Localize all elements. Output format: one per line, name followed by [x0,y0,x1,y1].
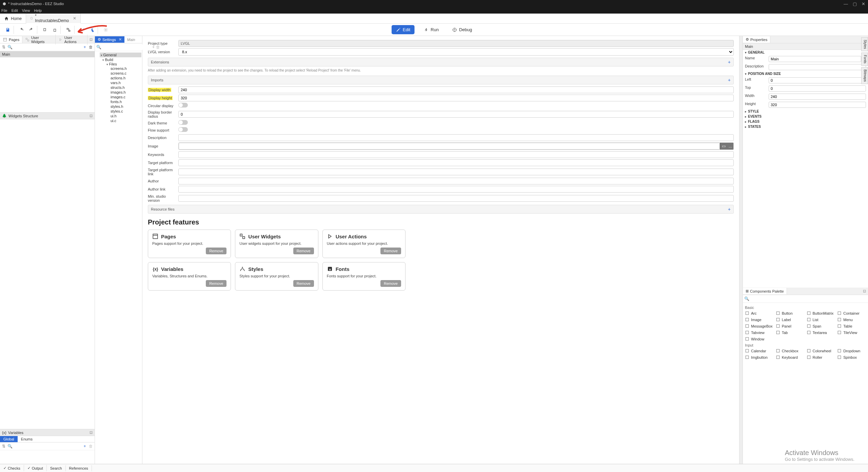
palette-item[interactable]: Spinbox [837,354,866,360]
tab-properties[interactable]: ⚙ Properties [743,36,770,43]
scrap-button[interactable] [65,26,72,34]
image-input[interactable] [179,143,720,150]
tab-user-actions[interactable]: User Actions [56,35,87,45]
tab-components-palette[interactable]: ⊞ Components Palette [743,288,787,294]
palette-item[interactable]: Keyboard [776,354,805,360]
sidetab-styles[interactable]: Styles [861,37,868,51]
tree-file-item[interactable]: ui.c [111,118,141,123]
minimize-icon[interactable]: — [844,1,848,6]
sort-icon[interactable]: ⇅ [1,45,6,50]
dock-icon[interactable]: ⊡ [90,114,93,118]
tree-file-item[interactable]: fonts.h [111,99,141,104]
palette-item[interactable]: List [807,317,835,322]
settings-button[interactable] [102,26,110,34]
palette-item[interactable]: Tabview [745,330,774,335]
palette-item[interactable]: Calendar [745,348,774,354]
resource-files-section[interactable]: Resource files + [148,205,734,214]
redo-button[interactable] [27,26,35,34]
prop-desc-input[interactable] [769,64,866,70]
tab-user-widgets[interactable]: User Widgets [22,35,56,45]
delete-variable-button[interactable]: 🗑 [88,444,93,449]
palette-item[interactable]: Label [776,317,805,322]
plus-icon[interactable]: + [728,206,731,212]
paste-button[interactable] [51,26,58,34]
tree-file-item[interactable]: styles.c [111,109,141,114]
tab-document[interactable]: * InstructablesDemo ✕ [26,14,81,24]
build-button[interactable] [88,26,96,34]
prop-width-input[interactable] [769,94,866,100]
palette-item[interactable]: Window [745,336,774,342]
dark-theme-toggle[interactable] [178,120,188,125]
palette-item[interactable]: Panel [776,323,805,329]
tree-tab-main[interactable]: Main [124,37,138,43]
palette-item[interactable]: Roller [807,354,835,360]
menu-file[interactable]: File [1,8,7,13]
status-search[interactable]: Search [47,465,66,471]
palette-item[interactable]: Button [776,310,805,316]
sidetab-fonts[interactable]: Fonts [861,53,868,66]
menu-help[interactable]: Help [34,8,42,13]
add-page-button[interactable]: + [82,45,87,50]
description-input[interactable] [178,134,734,141]
image-clear-icon[interactable]: … [727,143,733,150]
prop-left-input[interactable] [769,77,866,83]
keywords-input[interactable] [178,151,734,158]
tree-file-item[interactable]: screens.h [111,66,141,71]
author-input[interactable] [178,178,734,184]
author-link-input[interactable] [178,186,734,193]
feature-remove-button[interactable]: Remove [206,248,226,254]
tree-node-files[interactable]: Files screens.hscreens.cactions.hvars.hs… [106,62,141,123]
dock-icon[interactable]: ⊡ [90,430,93,435]
palette-item[interactable]: ButtonMatrix [807,310,835,316]
target-platform-input[interactable] [178,159,734,166]
menu-view[interactable]: View [22,8,30,13]
save-button[interactable] [4,26,12,34]
tree-file-item[interactable]: actions.h [111,76,141,80]
vars-tab-global[interactable]: Global [0,436,18,442]
tree-file-item[interactable]: images.c [111,95,141,99]
tab-close-icon[interactable]: ✕ [73,16,76,21]
dock-icon[interactable]: ⊡ [87,37,95,42]
check-button[interactable] [79,26,86,34]
prop-group-style[interactable]: STYLE [743,109,868,114]
tree-file-item[interactable]: ui.h [111,114,141,118]
palette-item[interactable]: TileView [837,330,866,335]
tree-file-item[interactable]: structs.h [111,85,141,90]
feature-remove-button[interactable]: Remove [206,280,226,287]
target-platform-link-input[interactable] [178,169,734,175]
feature-remove-button[interactable]: Remove [293,280,314,287]
palette-item[interactable]: Tab [776,330,805,335]
status-output[interactable]: ✓Output [24,465,47,471]
variables-header[interactable]: {x} Variables ⊡ [0,429,95,436]
status-references[interactable]: References [66,465,92,471]
palette-item[interactable]: Image [745,317,774,322]
border-radius-input[interactable] [178,111,734,118]
copy-button[interactable] [41,26,49,34]
imports-section[interactable]: Imports + [148,76,734,84]
pages-search-input[interactable] [14,44,81,50]
display-height-input[interactable] [178,95,734,101]
tree-node-general[interactable]: General [100,53,141,57]
prop-group-events[interactable]: EVENTS [743,114,868,119]
flow-support-toggle[interactable] [178,127,188,132]
prop-group-states[interactable]: STATES [743,124,868,129]
debug-mode-button[interactable]: Debug [448,25,476,34]
tab-pages[interactable]: Pages [0,36,22,43]
tree-node-build[interactable]: Build Files screens.hscreens.cactions.hv… [100,57,141,124]
tree-file-item[interactable]: screens.c [111,71,141,76]
palette-item[interactable]: Checkbox [776,348,805,354]
maximize-icon[interactable]: ▢ [853,1,857,6]
page-item-main[interactable]: Main [0,51,95,57]
undo-button[interactable] [18,26,25,34]
lvgl-version-select[interactable]: 8.x [178,48,734,56]
prop-name-input[interactable] [769,56,861,62]
palette-item[interactable]: Textarea [807,330,835,335]
menu-edit[interactable]: Edit [12,8,18,13]
vars-tab-enums[interactable]: Enums [18,436,36,442]
palette-search-input[interactable] [751,296,867,301]
status-checks[interactable]: ✓Checks [0,465,24,471]
prop-group-general[interactable]: GENERAL [743,50,868,55]
scrollbar[interactable] [739,36,743,464]
palette-item[interactable]: Colorwheel [807,348,835,354]
add-variable-button[interactable]: + [82,444,87,449]
